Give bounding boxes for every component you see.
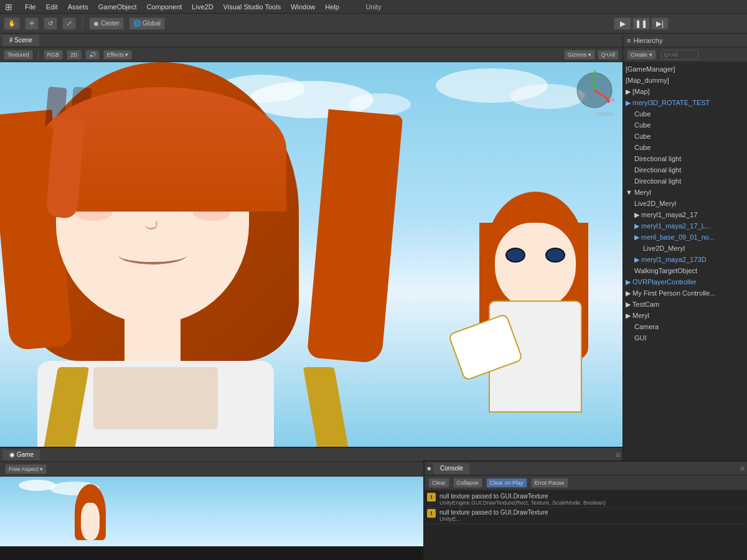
hierarchy-create-button[interactable]: Create ▾ (627, 50, 656, 60)
center-pivot-button[interactable]: ◉ Center (89, 17, 124, 30)
tree-item-6[interactable]: Cube (623, 131, 747, 142)
view-2d-button[interactable]: 2D (67, 50, 82, 60)
audio-button[interactable]: 🔊 (85, 50, 100, 60)
menu-item-edit[interactable]: Edit (46, 3, 58, 11)
tree-item-23[interactable]: Camera (623, 321, 747, 332)
color-space-button[interactable]: RGB (44, 50, 63, 60)
effects-button[interactable]: Effects ▾ (103, 50, 133, 60)
scene-tab-label: # Scene (9, 37, 32, 44)
console-clear-button[interactable]: Clear (428, 478, 449, 488)
tree-item-2[interactable]: ▶ [Map] (623, 86, 747, 97)
console-message-2: null texture passed to GUI.DrawTexture (439, 509, 548, 516)
rotate-tool-button[interactable]: ↺ (44, 17, 57, 30)
tree-item-label-0: [GameManager] (626, 65, 675, 73)
tree-item-label-4: Cube (634, 110, 651, 118)
pause-button[interactable]: ❚❚ (632, 17, 650, 30)
tree-item-label-22: ▶ Meryl (626, 312, 649, 320)
scene-search[interactable]: Q+All (598, 50, 619, 60)
tree-item-5[interactable]: Cube (623, 119, 747, 131)
tree-item-24[interactable]: GUI (623, 332, 747, 343)
tree-item-label-18: WalkingTargetObject (634, 267, 697, 274)
tree-item-19[interactable]: ▶ OVRPlayerController (623, 276, 747, 287)
tree-item-label-12: Live2D_Meryl (634, 200, 676, 207)
global-local-button[interactable]: 🌐 Global (129, 17, 165, 30)
menu-item-live2d[interactable]: Live2D (192, 3, 213, 11)
tree-item-15[interactable]: ▶ meril_base_09_01_no... (623, 231, 747, 243)
console-icon-small: ■ (427, 465, 431, 472)
tree-item-22[interactable]: ▶ Meryl (623, 310, 747, 321)
game-tab-label: ◉ Game (9, 451, 34, 458)
console-toolbar: Clear Collapse Clear on Play Error Pause (425, 475, 747, 490)
console-tab-label: Console (440, 465, 463, 472)
app-icon: ⊞ (5, 2, 12, 12)
svg-text:X: X (611, 97, 615, 103)
scene-viewport[interactable]: Y X < Persp (0, 62, 622, 447)
step-button[interactable]: ▶| (651, 17, 669, 30)
tree-item-9[interactable]: Directional light (623, 164, 747, 175)
play-button[interactable]: ▶ (614, 17, 631, 30)
menu-item-window[interactable]: Window (291, 3, 315, 11)
tree-item-17[interactable]: ▶ meryl1_maya2_173D (623, 254, 747, 265)
tree-item-3[interactable]: ▶ meryl3D_ROTATE_TEST (623, 97, 747, 108)
console-panel-menu[interactable]: ≡ (740, 464, 745, 473)
tree-item-20[interactable]: ▶ My First Person Controlle... (623, 287, 747, 299)
background-character (473, 192, 598, 409)
tree-item-label-9: Directional light (634, 166, 681, 174)
main-character (0, 62, 411, 447)
hierarchy-search-input[interactable] (661, 50, 698, 60)
console-content[interactable]: ! null texture passed to GUI.DrawTexture… (425, 490, 747, 560)
tree-item-label-6: Cube (634, 133, 651, 140)
move-tool-button[interactable]: ✛ (25, 17, 39, 30)
menu-item-assets[interactable]: Assets (68, 3, 88, 11)
pivot-icon: ◉ (93, 20, 99, 27)
scene-tab[interactable]: # Scene (2, 35, 39, 46)
menu-item-gameobject[interactable]: GameObject (98, 3, 137, 11)
tree-item-13[interactable]: ▶ meryl1_maya2_17 (623, 209, 747, 220)
tree-item-10[interactable]: Directional light (623, 175, 747, 187)
center-label: Center (101, 20, 120, 27)
console-entry-1[interactable]: ! null texture passed to GUI.DrawTexture… (427, 492, 745, 508)
tree-item-label-20: ▶ My First Person Controlle... (626, 289, 715, 297)
menu-item-vstudio[interactable]: Visual Studio Tools (223, 3, 281, 11)
menu-item-component[interactable]: Component (146, 3, 182, 11)
tree-item-7[interactable]: Cube (623, 142, 747, 153)
warning-icon-1: ! (427, 493, 436, 502)
hand-tool-button[interactable]: ✋ (4, 17, 20, 30)
console-clear-on-play-button[interactable]: Clear on Play (486, 478, 527, 488)
menu-item-file[interactable]: File (25, 3, 36, 11)
tree-item-label-16: Live2D_Meryl (643, 245, 685, 252)
render-mode-button[interactable]: Textured (4, 50, 33, 60)
tree-item-14[interactable]: ▶ meryl1_maya2_17_L... (623, 220, 747, 231)
tree-item-label-15: ▶ meril_base_09_01_no... (634, 233, 715, 241)
tree-item-label-19: ▶ OVRPlayerController (626, 278, 697, 286)
tree-item-8[interactable]: Directional light (623, 153, 747, 164)
tree-item-16[interactable]: Live2D_Meryl (623, 243, 747, 254)
tree-item-21[interactable]: ▶ TestCam (623, 299, 747, 310)
tree-item-label-10: Directional light (634, 177, 681, 185)
tree-item-18[interactable]: WalkingTargetObject (623, 265, 747, 276)
tree-item-12[interactable]: Live2D_Meryl (623, 198, 747, 209)
tree-item-label-17: ▶ meryl1_maya2_173D (634, 256, 707, 264)
tree-item-1[interactable]: [Map_dummy] (623, 75, 747, 86)
menu-item-help[interactable]: Help (325, 3, 339, 11)
tree-item-label-24: GUI (634, 334, 647, 342)
game-tab[interactable]: ◉ Game (2, 449, 40, 460)
console-detail-1: UnityEngine.GUI:DrawTexture(Rect, Textur… (439, 500, 606, 506)
scale-tool-button[interactable]: ⤢ (62, 17, 76, 30)
main-toolbar: ✋ ✛ ↺ ⤢ ◉ Center 🌐 Global ▶ ❚❚ ▶| (0, 14, 747, 34)
console-panel: ■ Console ≡ Clear Collapse Clear on Play… (423, 460, 747, 560)
tree-item-11[interactable]: ▼ Meryl (623, 187, 747, 198)
hierarchy-toolbar: Create ▾ (623, 47, 747, 62)
scene-toolbar: Textured RGB 2D 🔊 Effects ▾ Gizmos ▾ Q+A… (0, 47, 622, 62)
aspect-dropdown[interactable]: Free Aspect ▾ (5, 464, 47, 474)
console-collapse-button[interactable]: Collapse (453, 478, 482, 488)
console-tab[interactable]: Console (433, 463, 470, 474)
console-entry-2[interactable]: ! null texture passed to GUI.DrawTexture… (427, 508, 745, 524)
gizmos-button[interactable]: Gizmos ▾ (564, 50, 595, 60)
tree-item-0[interactable]: [GameManager] (623, 63, 747, 75)
game-panel-menu[interactable]: ≡ (616, 450, 620, 459)
tree-item-4[interactable]: Cube (623, 108, 747, 119)
tree-item-label-7: Cube (634, 144, 651, 151)
console-entry-text-2: null texture passed to GUI.DrawTexture U… (439, 509, 548, 522)
console-error-pause-button[interactable]: Error Pause (531, 478, 568, 488)
